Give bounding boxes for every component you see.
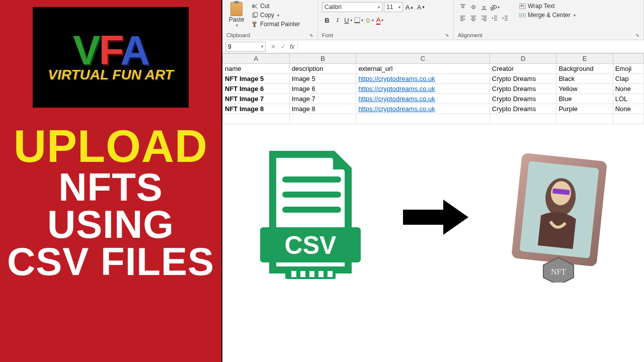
svg-rect-43 (318, 271, 324, 277)
fx-icon[interactable]: fx (290, 43, 294, 50)
excel-window: Paste ▾ Cut Copy▾ Format Painter (221, 0, 644, 362)
svg-rect-44 (328, 271, 333, 277)
bold-button[interactable]: B (322, 15, 332, 25)
cancel-formula-button[interactable]: ✕ (269, 43, 278, 50)
increase-font-button[interactable]: A▲ (405, 2, 415, 12)
font-color-button[interactable]: A▾ (375, 15, 385, 25)
col-header-b[interactable]: B (289, 54, 356, 64)
font-size-select[interactable]: 11▾ (384, 2, 403, 12)
col-header-c[interactable]: C (356, 54, 490, 64)
align-bottom-button[interactable] (479, 2, 489, 12)
table-row[interactable]: NFT Image 5Image 5https://cryptodreams.c… (223, 74, 644, 84)
csv-file-icon: CSV (255, 149, 366, 285)
vfa-logo: VFA VIRTUAL FUN ART (33, 7, 189, 108)
merge-center-button[interactable]: Merge & Center▾ (517, 11, 578, 19)
increase-indent-button[interactable] (500, 13, 510, 23)
copy-icon (252, 12, 258, 19)
bucket-icon (365, 17, 371, 24)
alignment-group-label: Alignment (458, 32, 482, 38)
align-left-button[interactable] (458, 13, 468, 23)
logo-letter-f: F (99, 27, 120, 73)
align-right-button[interactable] (479, 13, 489, 23)
format-painter-button[interactable]: Format Painter (250, 20, 302, 28)
decrease-indent-button[interactable] (490, 13, 500, 23)
data-header-row[interactable]: namedescriptionexternal_urlCreatorBackgr… (223, 64, 644, 74)
nft-frame-icon: NFT (506, 152, 611, 283)
arrow-right-icon (400, 197, 471, 237)
column-header-row: A B C D E (223, 54, 644, 64)
title-line-1: UPLOAD (7, 125, 214, 168)
svg-rect-40 (291, 271, 296, 277)
col-header-d[interactable]: D (490, 54, 556, 64)
fill-color-button[interactable]: ▾ (364, 15, 374, 25)
logo-subtitle: VIRTUAL FUN ART (48, 67, 173, 83)
align-middle-button[interactable] (468, 2, 478, 12)
font-dialog-launcher[interactable]: ⬊ (445, 33, 449, 38)
paste-button[interactable]: Paste ▾ (226, 2, 247, 28)
title-line-4: CSV FILES (7, 243, 214, 280)
svg-rect-1 (254, 12, 258, 16)
font-name-select[interactable]: Calibri▾ (322, 2, 382, 12)
enter-formula-button[interactable]: ✓ (279, 43, 288, 50)
empty-row[interactable] (223, 114, 644, 124)
chevron-down-icon: ▾ (277, 13, 279, 18)
col-header-f[interactable] (613, 54, 643, 64)
paintbrush-icon (252, 21, 258, 28)
alignment-dialog-launcher[interactable]: ⬊ (635, 33, 639, 38)
table-row[interactable]: NFT Image 8Image 8https://cryptodreams.c… (223, 104, 644, 114)
title-line-2: NFTS (7, 168, 214, 206)
cut-button[interactable]: Cut (250, 2, 302, 10)
col-header-e[interactable]: E (556, 54, 613, 64)
borders-button[interactable]: ▾ (354, 15, 364, 25)
svg-rect-34 (520, 14, 525, 17)
svg-rect-4 (366, 22, 370, 23)
clipboard-dialog-launcher[interactable]: ⬊ (309, 33, 313, 38)
underline-button[interactable]: U▾ (343, 15, 353, 25)
formula-input[interactable] (297, 42, 644, 52)
nft-badge-label: NFT (551, 267, 566, 276)
clipboard-icon (230, 2, 243, 16)
orientation-button[interactable]: ab▾ (490, 2, 500, 12)
svg-rect-42 (309, 271, 314, 277)
paste-label: Paste (229, 16, 245, 23)
wrap-icon: ab (519, 3, 526, 10)
svg-rect-2 (355, 18, 360, 23)
copy-button[interactable]: Copy▾ (250, 11, 302, 19)
promo-title: UPLOAD NFTS USING CSV FILES (7, 125, 214, 280)
col-header-a[interactable]: A (223, 54, 290, 64)
title-line-3: USING (7, 206, 214, 243)
formula-bar: 9▾ ✕ ✓ fx (222, 40, 644, 53)
align-top-button[interactable] (458, 2, 468, 12)
border-icon (354, 17, 360, 24)
wrap-text-button[interactable]: ab Wrap Text (517, 2, 578, 10)
scissors-icon (252, 3, 258, 10)
merge-icon (519, 12, 526, 19)
chevron-down-icon: ▾ (236, 23, 238, 28)
decrease-font-button[interactable]: A▼ (416, 2, 426, 12)
align-center-button[interactable] (468, 13, 478, 23)
table-row[interactable]: NFT Image 6Image 6https://cryptodreams.c… (223, 84, 644, 94)
ribbon: Paste ▾ Cut Copy▾ Format Painter (222, 0, 644, 40)
logo-letter-v: V (73, 27, 99, 73)
table-row[interactable]: NFT Image 7Image 7https://cryptodreams.c… (223, 94, 644, 104)
svg-rect-41 (300, 271, 305, 277)
csv-label: CSV (284, 231, 336, 259)
clipboard-group-label: Clipboard (226, 32, 250, 38)
spreadsheet-grid[interactable]: A B C D E namedescriptionexternal_urlCre… (222, 53, 644, 362)
logo-letter-a: A (120, 27, 148, 73)
font-group-label: Font (322, 32, 333, 38)
italic-button[interactable]: I (333, 15, 343, 25)
name-box[interactable]: 9▾ (225, 42, 266, 52)
illustration-row: CSV (222, 124, 644, 310)
promo-sidebar: VFA VIRTUAL FUN ART UPLOAD NFTS USING CS… (0, 0, 221, 362)
